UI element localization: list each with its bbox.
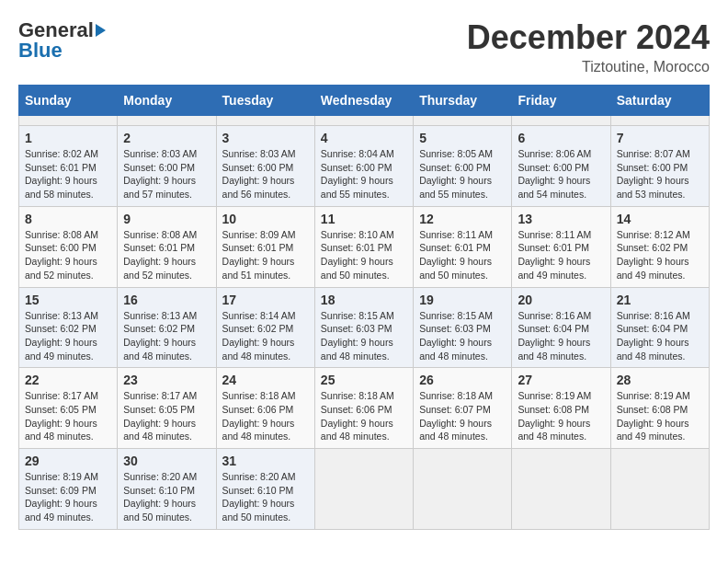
calendar-cell (414, 116, 512, 126)
calendar-cell (314, 449, 413, 530)
day-number: 6 (518, 131, 604, 145)
day-info: Sunrise: 8:18 AMSunset: 6:06 PMDaylight:… (222, 389, 309, 443)
calendar-cell: 29Sunrise: 8:19 AMSunset: 6:09 PMDayligh… (19, 449, 118, 530)
calendar-cell: 2Sunrise: 8:03 AMSunset: 6:00 PMDaylight… (118, 126, 216, 207)
day-info: Sunrise: 8:14 AMSunset: 6:02 PMDaylight:… (222, 309, 309, 363)
day-number: 27 (518, 373, 604, 387)
day-info: Sunrise: 8:15 AMSunset: 6:03 PMDaylight:… (321, 309, 407, 363)
header-tuesday: Tuesday (216, 86, 314, 116)
calendar-cell: 16Sunrise: 8:13 AMSunset: 6:02 PMDayligh… (118, 287, 216, 368)
day-number: 28 (617, 373, 703, 387)
calendar-cell: 12Sunrise: 8:11 AMSunset: 6:01 PMDayligh… (414, 206, 512, 287)
day-number: 18 (321, 293, 407, 307)
calendar-cell: 26Sunrise: 8:18 AMSunset: 6:07 PMDayligh… (414, 368, 512, 449)
logo: General Blue (18, 18, 106, 63)
day-number: 2 (123, 131, 210, 145)
day-number: 5 (419, 131, 506, 145)
day-info: Sunrise: 8:12 AMSunset: 6:02 PMDaylight:… (617, 228, 703, 282)
header-friday: Friday (512, 86, 610, 116)
day-number: 21 (617, 293, 703, 307)
calendar-cell: 20Sunrise: 8:16 AMSunset: 6:04 PMDayligh… (512, 287, 610, 368)
day-info: Sunrise: 8:05 AMSunset: 6:00 PMDaylight:… (419, 147, 506, 201)
day-info: Sunrise: 8:06 AMSunset: 6:00 PMDaylight:… (518, 147, 604, 201)
calendar-cell: 24Sunrise: 8:18 AMSunset: 6:06 PMDayligh… (216, 368, 314, 449)
logo-blue: Blue (18, 39, 63, 63)
calendar-cell: 15Sunrise: 8:13 AMSunset: 6:02 PMDayligh… (19, 287, 118, 368)
day-info: Sunrise: 8:20 AMSunset: 6:10 PMDaylight:… (123, 470, 210, 524)
day-number: 20 (518, 293, 604, 307)
day-number: 31 (222, 454, 309, 468)
day-number: 9 (123, 212, 210, 226)
day-info: Sunrise: 8:03 AMSunset: 6:00 PMDaylight:… (222, 147, 309, 201)
day-info: Sunrise: 8:16 AMSunset: 6:04 PMDaylight:… (617, 309, 703, 363)
calendar-week-1: 1Sunrise: 8:02 AMSunset: 6:01 PMDaylight… (19, 126, 710, 207)
day-number: 4 (321, 131, 407, 145)
day-info: Sunrise: 8:10 AMSunset: 6:01 PMDaylight:… (321, 228, 407, 282)
calendar-cell: 7Sunrise: 8:07 AMSunset: 6:00 PMDaylight… (610, 126, 709, 207)
calendar-cell: 13Sunrise: 8:11 AMSunset: 6:01 PMDayligh… (512, 206, 610, 287)
day-info: Sunrise: 8:17 AMSunset: 6:05 PMDaylight:… (25, 389, 111, 443)
header-row: SundayMondayTuesdayWednesdayThursdayFrid… (19, 86, 710, 116)
day-number: 17 (222, 293, 309, 307)
calendar-cell (216, 116, 314, 126)
day-info: Sunrise: 8:18 AMSunset: 6:07 PMDaylight:… (419, 389, 506, 443)
title-section: December 2024 Tiztoutine, Morocco (467, 18, 710, 75)
calendar-cell: 3Sunrise: 8:03 AMSunset: 6:00 PMDaylight… (216, 126, 314, 207)
day-number: 3 (222, 131, 309, 145)
calendar-cell: 14Sunrise: 8:12 AMSunset: 6:02 PMDayligh… (610, 206, 709, 287)
header-monday: Monday (118, 86, 216, 116)
calendar-cell: 30Sunrise: 8:20 AMSunset: 6:10 PMDayligh… (118, 449, 216, 530)
calendar-cell (314, 116, 413, 126)
day-number: 8 (25, 212, 111, 226)
calendar-cell: 17Sunrise: 8:14 AMSunset: 6:02 PMDayligh… (216, 287, 314, 368)
calendar-cell: 8Sunrise: 8:08 AMSunset: 6:00 PMDaylight… (19, 206, 118, 287)
day-number: 12 (419, 212, 506, 226)
header-wednesday: Wednesday (314, 86, 413, 116)
day-info: Sunrise: 8:13 AMSunset: 6:02 PMDaylight:… (123, 309, 210, 363)
header-saturday: Saturday (610, 86, 709, 116)
day-info: Sunrise: 8:18 AMSunset: 6:06 PMDaylight:… (321, 389, 407, 443)
calendar-cell: 28Sunrise: 8:19 AMSunset: 6:08 PMDayligh… (610, 368, 709, 449)
day-number: 16 (123, 293, 210, 307)
header-thursday: Thursday (414, 86, 512, 116)
logo-arrow (96, 24, 106, 37)
calendar-cell: 10Sunrise: 8:09 AMSunset: 6:01 PMDayligh… (216, 206, 314, 287)
day-info: Sunrise: 8:15 AMSunset: 6:03 PMDaylight:… (419, 309, 506, 363)
calendar-week-0 (19, 116, 710, 126)
calendar-cell: 23Sunrise: 8:17 AMSunset: 6:05 PMDayligh… (118, 368, 216, 449)
calendar-week-5: 29Sunrise: 8:19 AMSunset: 6:09 PMDayligh… (19, 449, 710, 530)
day-number: 22 (25, 373, 111, 387)
day-number: 7 (617, 131, 703, 145)
day-info: Sunrise: 8:11 AMSunset: 6:01 PMDaylight:… (518, 228, 604, 282)
calendar-cell: 27Sunrise: 8:19 AMSunset: 6:08 PMDayligh… (512, 368, 610, 449)
day-info: Sunrise: 8:03 AMSunset: 6:00 PMDaylight:… (123, 147, 210, 201)
calendar-cell: 1Sunrise: 8:02 AMSunset: 6:01 PMDaylight… (19, 126, 118, 207)
day-info: Sunrise: 8:08 AMSunset: 6:00 PMDaylight:… (25, 228, 111, 282)
day-info: Sunrise: 8:20 AMSunset: 6:10 PMDaylight:… (222, 470, 309, 524)
day-info: Sunrise: 8:11 AMSunset: 6:01 PMDaylight:… (419, 228, 506, 282)
calendar-cell: 22Sunrise: 8:17 AMSunset: 6:05 PMDayligh… (19, 368, 118, 449)
day-number: 29 (25, 454, 111, 468)
day-number: 15 (25, 293, 111, 307)
day-number: 10 (222, 212, 309, 226)
calendar-week-4: 22Sunrise: 8:17 AMSunset: 6:05 PMDayligh… (19, 368, 710, 449)
day-number: 26 (419, 373, 506, 387)
calendar-cell: 18Sunrise: 8:15 AMSunset: 6:03 PMDayligh… (314, 287, 413, 368)
calendar-cell: 9Sunrise: 8:08 AMSunset: 6:01 PMDaylight… (118, 206, 216, 287)
calendar-cell: 31Sunrise: 8:20 AMSunset: 6:10 PMDayligh… (216, 449, 314, 530)
calendar-cell (512, 449, 610, 530)
day-info: Sunrise: 8:08 AMSunset: 6:01 PMDaylight:… (123, 228, 210, 282)
calendar-cell (19, 116, 118, 126)
day-info: Sunrise: 8:02 AMSunset: 6:01 PMDaylight:… (25, 147, 111, 201)
day-info: Sunrise: 8:19 AMSunset: 6:08 PMDaylight:… (617, 389, 703, 443)
day-number: 11 (321, 212, 407, 226)
calendar-cell: 4Sunrise: 8:04 AMSunset: 6:00 PMDaylight… (314, 126, 413, 207)
day-info: Sunrise: 8:16 AMSunset: 6:04 PMDaylight:… (518, 309, 604, 363)
day-info: Sunrise: 8:04 AMSunset: 6:00 PMDaylight:… (321, 147, 407, 201)
day-info: Sunrise: 8:13 AMSunset: 6:02 PMDaylight:… (25, 309, 111, 363)
calendar-cell: 25Sunrise: 8:18 AMSunset: 6:06 PMDayligh… (314, 368, 413, 449)
day-number: 25 (321, 373, 407, 387)
calendar-cell: 5Sunrise: 8:05 AMSunset: 6:00 PMDaylight… (414, 126, 512, 207)
calendar-cell (610, 116, 709, 126)
calendar-cell: 11Sunrise: 8:10 AMSunset: 6:01 PMDayligh… (314, 206, 413, 287)
